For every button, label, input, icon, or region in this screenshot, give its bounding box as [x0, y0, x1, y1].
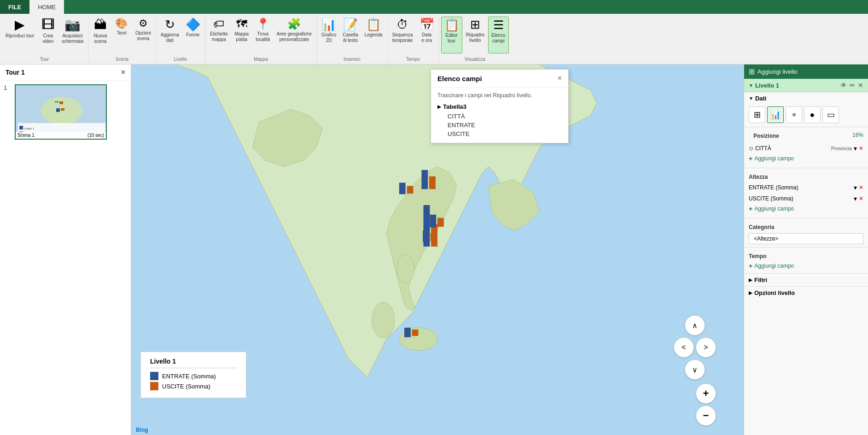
svg-rect-17: [407, 186, 414, 194]
position-field-tag: Provincia: [831, 146, 852, 151]
nav-up-button[interactable]: ∧: [685, 315, 705, 335]
altezza-field2-row: USCITE (Somma) ▾ ✕: [744, 193, 868, 204]
etichette-mappa-button[interactable]: 🏷 Etichettemappa: [207, 17, 231, 53]
riquadro-livello-label: Riquadrolivello: [466, 32, 485, 43]
level-visibility-button[interactable]: 👁: [840, 82, 847, 89]
viz-bubble-button[interactable]: ⚬: [786, 106, 802, 123]
forme-button[interactable]: 🔷 Forme: [183, 17, 203, 53]
editor-tour-button[interactable]: 📋 Editortour: [441, 17, 462, 53]
divider-3: [744, 247, 868, 247]
aree-geo-button[interactable]: 🧩 Aree geografichepersonalizzate: [274, 17, 315, 53]
ribbon: ▶ Riproduci tour 🎞 Creavideo 📷 Acquisisc…: [0, 14, 868, 65]
viz-circle-button[interactable]: ●: [804, 106, 821, 123]
categoria-dropdown[interactable]: <Altezze>: [749, 233, 863, 244]
layers-icon: ⊞: [749, 67, 755, 76]
tab-file[interactable]: FILE: [0, 0, 29, 14]
zoom-in-button[interactable]: +: [696, 383, 716, 404]
radio-icon: ⊙: [749, 145, 753, 152]
tour-panel-close-button[interactable]: ×: [121, 68, 125, 76]
scene-thumb-label: Scena 1 (10 sec): [16, 132, 106, 139]
nav-row: < >: [674, 337, 716, 358]
level-close-button[interactable]: ✕: [858, 82, 863, 89]
field-item-entrate[interactable]: ENTRATE: [437, 121, 562, 129]
elenco-campi-button[interactable]: ☰ Elencocampi: [488, 17, 509, 53]
gear-icon: ⚙: [139, 18, 148, 29]
opzioni-arrow-icon: ▶: [749, 290, 752, 295]
field-list-description: Trascinare i campi nel Riquadro livello.: [437, 92, 562, 99]
ribbon-group-tour: ▶ Riproduci tour 🎞 Creavideo 📷 Acquisisc…: [1, 16, 88, 64]
nav-down-button[interactable]: ∨: [685, 359, 705, 380]
aree-geo-label: Aree geografichepersonalizzate: [277, 31, 312, 42]
viz-region-button[interactable]: ▭: [822, 106, 839, 123]
zoom-out-button[interactable]: −: [696, 406, 716, 426]
nav-right-button[interactable]: >: [696, 337, 716, 358]
altezza-field1-dropdown[interactable]: ▾: [854, 184, 857, 191]
trova-localita-button[interactable]: 📍 Trovalocalità: [253, 17, 273, 53]
divider-2: [744, 218, 868, 218]
svg-point-11: [372, 302, 395, 338]
sequenza-temporale-button[interactable]: ⏱ Sequenzatemporale: [390, 17, 416, 53]
nav-left-button[interactable]: <: [674, 337, 694, 358]
add-altezza-icon: +: [749, 205, 752, 212]
add-tempo-campo-label: Aggiungi campo: [754, 263, 794, 269]
altezza-field1-remove[interactable]: ✕: [859, 184, 863, 191]
level-actions: 👁 ✏ ✕: [840, 82, 863, 89]
riquadro-livello-button[interactable]: ⊞ Riquadrolivello: [463, 17, 488, 53]
filtri-arrow-icon: ▶: [749, 277, 752, 282]
altezza-label: Altezza: [744, 170, 868, 182]
crea-video-button[interactable]: 🎞 Creavideo: [38, 17, 58, 53]
data-e-ora-button[interactable]: 📅 Datae ora: [417, 17, 437, 53]
viz-bar-button[interactable]: 📊: [767, 106, 784, 123]
svg-rect-21: [437, 218, 444, 227]
level-name: ▼ Livello 1: [749, 82, 779, 89]
acquisisci-button[interactable]: 📷 Acquisiscischermata: [59, 17, 86, 53]
scene-item[interactable]: 1 Livel: [0, 81, 131, 143]
scene-name: Scena 1: [17, 133, 35, 138]
legend-item-entrate: ENTRATE (Somma): [150, 372, 237, 380]
svg-point-13: [396, 255, 414, 283]
nuova-scena-button[interactable]: 🏔 Nuovascena: [90, 17, 111, 53]
legenda-button[interactable]: 📋 Legenda: [362, 17, 385, 53]
altezza-field2-dropdown[interactable]: ▾: [854, 195, 857, 202]
riproduci-label: Riproduci tour: [6, 33, 34, 39]
legend-title: Livello 1: [150, 358, 237, 368]
altezza-field2-remove[interactable]: ✕: [859, 195, 863, 202]
field-item-uscite[interactable]: USCITE: [437, 129, 562, 138]
mappa-group-label: Mappa: [254, 57, 268, 63]
field-list-close-button[interactable]: ×: [558, 74, 562, 82]
map-area[interactable]: Elenco campi × Trascinare i campi nel Ri…: [131, 65, 744, 435]
add-altezza-field-button[interactable]: + Aggiungi campo: [744, 204, 868, 216]
dati-arrow-icon: ▼: [749, 96, 753, 101]
legend-label-entrate: ENTRATE (Somma): [162, 373, 216, 380]
level-edit-button[interactable]: ✏: [850, 82, 855, 89]
opzioni-scena-button[interactable]: ⚙ Opzioniscena: [133, 17, 154, 53]
elenco-campi-label: Elencocampi: [491, 33, 506, 44]
add-tempo-field-button[interactable]: + Aggiungi campo: [744, 261, 868, 273]
nuova-scena-label: Nuovascena: [94, 33, 107, 44]
dati-section-header[interactable]: ▼ Dati: [744, 92, 868, 105]
editor-icon: 📋: [444, 19, 459, 31]
label-icon: 🏷: [213, 18, 224, 29]
svg-rect-25: [431, 233, 437, 241]
opzioni-livello-section[interactable]: ▶ Opzioni livello: [744, 286, 868, 299]
position-field-dropdown[interactable]: ▾: [854, 145, 857, 152]
mappa-piatta-button[interactable]: 🗺 Mappapiatta: [232, 17, 252, 53]
categoria-value: <Altezze>: [754, 235, 778, 242]
grafico-2d-button[interactable]: 📊 Grafico2D: [319, 17, 339, 53]
casella-testo-button[interactable]: 📝 Caselladi testo: [340, 17, 361, 53]
position-field-remove[interactable]: ✕: [859, 145, 863, 152]
svg-rect-22: [404, 328, 411, 337]
filtri-section[interactable]: ▶ Filtri: [744, 273, 868, 286]
editor-tour-label: Editortour: [446, 33, 458, 44]
svg-rect-5: [61, 108, 64, 111]
add-position-field-button[interactable]: + Aggiungi campo: [744, 154, 868, 166]
viz-table-button[interactable]: ⊞: [749, 106, 765, 123]
casella-testo-label: Caselladi testo: [343, 32, 358, 43]
riproduci-tour-button[interactable]: ▶ Riproduci tour: [3, 17, 37, 53]
field-item-citta[interactable]: CITTÀ: [437, 112, 562, 121]
temi-button[interactable]: 🎨 Temi: [111, 17, 132, 53]
altezza-field2-name: USCITE (Somma): [749, 195, 852, 202]
aggiorna-dati-button[interactable]: ↻ Aggiornadati: [158, 17, 182, 53]
tab-home[interactable]: HOME: [29, 0, 64, 14]
svg-rect-2: [55, 101, 58, 102]
